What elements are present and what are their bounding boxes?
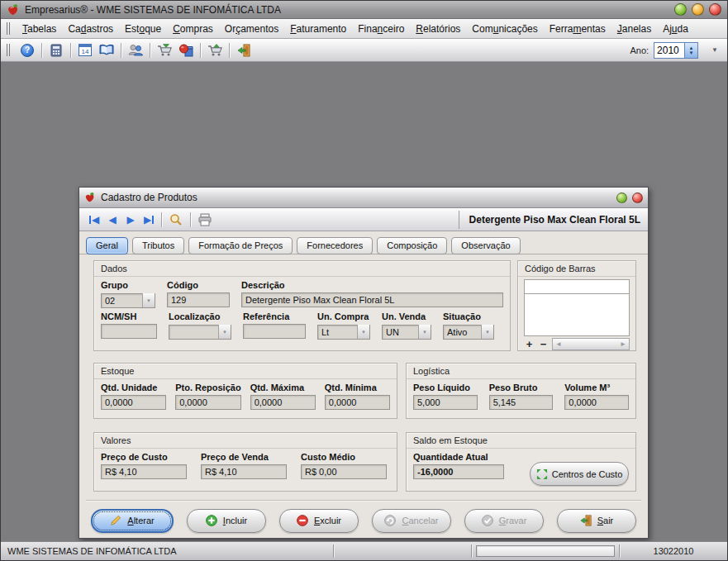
window-controls [674,3,721,16]
qtd-minima-input[interactable] [325,395,390,410]
un-venda-dropdown-icon[interactable]: ▼ [418,325,431,339]
catalog-button[interactable] [96,40,117,59]
menu-ajuda[interactable]: Ajuda [657,20,694,38]
peso-liquido-label: Peso Líquido [413,383,478,392]
qtd-maxima-input[interactable] [250,395,316,410]
tab-tributos[interactable]: Tributos [132,237,184,254]
calculator-icon [50,44,63,57]
preco-venda-input[interactable] [201,464,287,479]
menu-relatorios[interactable]: Relatórios [410,20,466,38]
quantidade-atual-input[interactable] [413,464,504,479]
tab-fornecedores[interactable]: Fornecedores [297,237,373,254]
situacao-dropdown-icon[interactable]: ▼ [481,325,493,339]
toolbar-overflow-chevron[interactable]: ▼ [711,46,718,54]
descricao-input[interactable] [241,292,503,307]
toolbar-separator [121,43,121,58]
menu-ferramentas[interactable]: Ferramentas [544,20,611,38]
excluir-button[interactable]: Excluir [279,509,359,533]
spin-down-icon[interactable]: ▼ [689,50,694,55]
alterar-button[interactable]: Alterar [91,509,174,533]
child-minimize-button[interactable] [616,193,627,203]
tab-composicao[interactable]: Composição [377,237,447,254]
clients-button[interactable] [125,40,146,59]
year-input[interactable] [654,43,684,58]
tab-geral[interactable]: Geral [86,237,128,254]
barcode-scrollbar[interactable]: ◄ ► [552,338,630,350]
calculator-button[interactable] [45,40,67,59]
menu-financeiro[interactable]: Financeiro [352,20,410,38]
situacao-combo: ▼ [443,324,494,340]
un-compra-dropdown-icon[interactable]: ▼ [357,325,369,339]
pencil-icon [110,515,121,526]
help-button[interactable]: ? [17,40,38,59]
toolbar-grip[interactable] [7,44,10,56]
codigo-input[interactable] [167,292,230,307]
tab-formacao-precos[interactable]: Formação de Preços [188,237,293,254]
previous-record-icon: ◀ [108,214,116,226]
exit-button[interactable] [233,40,255,59]
close-button[interactable] [709,3,721,16]
child-window-icon [84,192,96,203]
cancelar-button[interactable]: Cancelar [372,509,451,533]
referencia-input[interactable] [243,324,306,339]
print-button[interactable] [194,210,216,229]
current-product-name: Detergente Piso Max Clean Floral 5L [459,211,642,229]
minimize-button[interactable] [674,3,687,16]
toolbar-separator [229,43,230,58]
menu-cadastros[interactable]: Cadastros [62,20,119,38]
grupo-dropdown-icon[interactable]: ▼ [142,293,155,307]
last-record-button[interactable]: ▶ [140,212,158,228]
year-label: Ano: [630,45,649,55]
sair-button[interactable]: Sair [557,509,636,533]
group-saldo-estoque: Saldo em Estoque Quantidade Atual Centro… [406,432,636,492]
preco-custo-input[interactable] [101,464,187,479]
tab-observacao[interactable]: Observação [451,237,520,254]
peso-liquido-input[interactable] [413,395,478,410]
gravar-button[interactable]: Gravar [464,509,544,533]
incluir-button[interactable]: Incluir [187,509,266,533]
peso-bruto-input[interactable] [489,395,554,410]
first-record-button[interactable]: ◀ [85,212,103,228]
barcode-input[interactable] [524,279,630,294]
status-progress-bar [476,545,615,557]
menu-compras[interactable]: Compras [167,20,219,38]
menubar-grip[interactable] [7,22,10,35]
custo-medio-input[interactable] [301,464,387,479]
menu-orcamentos[interactable]: Orçamentos [219,20,284,38]
estoque-row: Qtd. Unidade Pto. Reposição Qtd. Máxima … [101,383,390,410]
barcode-list[interactable] [524,294,630,336]
barcode-remove-button[interactable]: − [538,339,549,349]
preco-custo-label: Preço de Custo [101,452,187,462]
menu-janelas[interactable]: Janelas [611,20,657,38]
previous-record-button[interactable]: ◀ [103,212,121,228]
cadastro-produtos-window: Cadastro de Produtos ◀ ◀ ▶ ▶ [79,187,649,539]
produtos-button[interactable] [175,40,197,59]
scroll-right-icon[interactable]: ► [617,340,629,348]
entrada-button[interactable] [154,40,175,59]
volume-input[interactable] [564,395,629,410]
barcode-add-button[interactable]: + [524,339,535,349]
calendar-button[interactable]: 14 [74,40,96,59]
search-button[interactable] [165,210,187,229]
qtd-unidade-input[interactable] [101,395,166,410]
toolbar-separator [161,212,162,227]
toolbar-right: Ano: ▲ ▼ ▼ [630,42,723,59]
centros-de-custo-button[interactable]: Centros de Custo [530,462,629,486]
menu-estoque[interactable]: Estoque [119,20,167,38]
un-compra-label: Un. Compra [317,311,370,321]
child-titlebar: Cadastro de Produtos [79,188,648,208]
maximize-button[interactable] [692,3,704,16]
menu-faturamento[interactable]: Faturamento [284,20,352,38]
year-spin-buttons[interactable]: ▲ ▼ [684,43,697,58]
ncm-input[interactable] [101,324,157,339]
saida-button[interactable] [204,40,226,59]
menu-tabelas[interactable]: Tabelas [17,20,62,38]
menu-comunicacoes[interactable]: Comunicações [466,20,543,38]
group-saldo-title: Saldo em Estoque [407,433,635,449]
scroll-left-icon[interactable]: ◄ [553,340,564,348]
next-record-button[interactable]: ▶ [121,212,140,228]
child-close-button[interactable] [632,193,643,203]
pto-reposicao-input[interactable] [175,395,240,410]
localizacao-dropdown-icon[interactable]: ▼ [218,325,231,339]
exit-door-icon [237,44,250,57]
